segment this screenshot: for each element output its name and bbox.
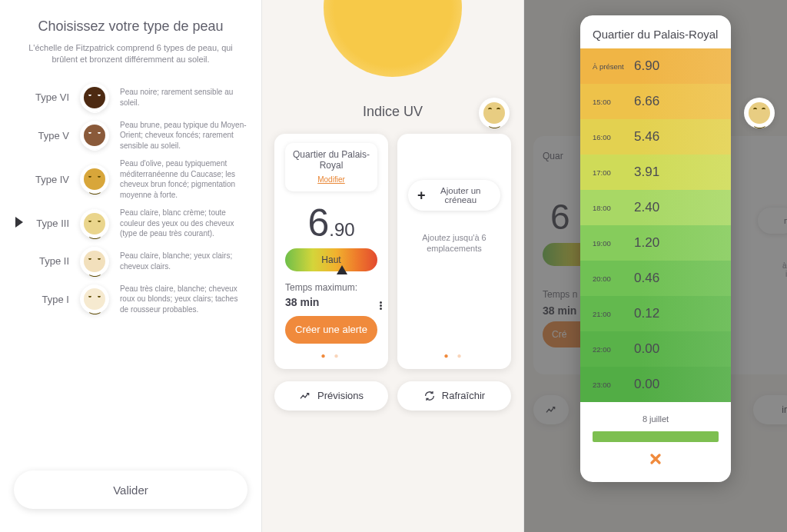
skin-swatch	[80, 247, 109, 276]
skin-type-badge[interactable]	[479, 98, 510, 128]
smiley-icon	[84, 251, 105, 272]
smiley-icon	[84, 168, 105, 190]
hourly-row[interactable]: 15:006.66	[580, 84, 731, 119]
hour-uv-value: 1.20	[634, 235, 659, 251]
selection-indicator-icon	[15, 217, 23, 228]
close-sheet-button[interactable]	[580, 442, 731, 482]
hourly-row[interactable]: 16:005.46	[580, 119, 731, 155]
hour-label: 17:00	[593, 168, 629, 177]
forecast-overlay-screen: Quar 6 Temps n 38 min Cré n à 6 its ir Q…	[524, 0, 787, 532]
skin-type-list: Type VIPeau noire; rarement sensible au …	[14, 83, 247, 470]
hourly-row[interactable]: 20:000.46	[580, 261, 731, 296]
hour-uv-value: 6.66	[634, 94, 659, 109]
hour-uv-value: 5.46	[634, 129, 659, 145]
hour-label: À présent	[593, 62, 629, 71]
hour-uv-value: 2.40	[634, 200, 659, 215]
forecast-date: 8 juillet	[580, 402, 731, 431]
validate-button[interactable]: Valider	[14, 470, 247, 509]
page-subtitle: L'échelle de Fitzpatrick comprend 6 type…	[14, 42, 247, 66]
sheet-title: Quartier du Palais-Royal	[580, 15, 731, 48]
uv-integer: 6	[307, 204, 329, 242]
next-row-peek	[593, 431, 719, 442]
skin-type-badge	[744, 98, 775, 128]
skin-type-label: Type VI	[17, 91, 69, 103]
page-title: Choisissez votre type de peau	[14, 18, 247, 35]
hourly-list[interactable]: À présent6.9015:006.6616:005.4617:003.91…	[580, 48, 731, 402]
slot-hint: Ajoutez jusqu'à 6 emplacements	[408, 232, 500, 254]
hour-uv-value: 0.12	[634, 306, 659, 321]
smiley-icon	[84, 125, 105, 146]
location-box[interactable]: Quartier du Palais-Royal Modifier	[285, 143, 377, 191]
hour-uv-value: 0.00	[634, 341, 659, 357]
hourly-row[interactable]: 17:003.91	[580, 155, 731, 190]
refresh-button[interactable]: Rafraîchir	[397, 381, 511, 411]
create-alert-button[interactable]: Créer une alerte	[285, 316, 377, 344]
more-menu-icon[interactable]	[380, 301, 382, 310]
sun-illustration	[324, 0, 462, 77]
gauge-pointer-icon	[337, 265, 347, 274]
skin-type-label: Type I	[17, 294, 69, 305]
bottom-actions: Prévisions Rafraîchir	[262, 377, 523, 423]
smiley-icon	[84, 87, 105, 108]
skin-type-label: Type IV	[17, 174, 69, 185]
refresh-icon	[423, 390, 436, 402]
close-icon	[648, 451, 663, 467]
skin-type-description: Peau brune, peau typique du Moyen-Orient…	[120, 120, 247, 151]
skin-type-option[interactable]: Type IVPeau d'olive, peau typiquement mé…	[17, 158, 247, 200]
skin-swatch	[80, 165, 109, 194]
hourly-row[interactable]: 21:000.12	[580, 296, 731, 331]
hour-label: 21:00	[593, 310, 629, 318]
skin-type-label: Type II	[17, 255, 69, 267]
skin-type-description: Peau noire; rarement sensible au soleil.	[120, 87, 247, 108]
max-time-value: 38 min	[285, 296, 377, 308]
max-time-label: Temps maximum:	[285, 282, 377, 293]
smiley-icon	[84, 213, 105, 234]
skin-swatch	[80, 209, 109, 238]
page-title: Indice UV	[363, 104, 423, 120]
skin-type-description: Peau claire, blanc crème; toute couleur …	[120, 208, 247, 239]
skin-type-description: Peau très claire, blanche; cheveux roux …	[120, 284, 247, 315]
skin-type-option[interactable]: Type IIIPeau claire, blanc crème; toute …	[17, 208, 247, 239]
skin-type-label: Type V	[17, 130, 69, 141]
hour-uv-value: 0.46	[634, 271, 659, 286]
skin-type-screen: Choisissez votre type de peau L'échelle …	[0, 0, 262, 532]
hour-uv-value: 0.00	[634, 377, 659, 392]
smiley-icon	[483, 102, 505, 124]
forecast-sheet: Quartier du Palais-Royal À présent6.9015…	[580, 15, 731, 482]
hour-label: 19:00	[593, 239, 629, 248]
skin-swatch	[80, 284, 109, 314]
uv-level-label: Haut	[321, 254, 340, 265]
smiley-icon	[749, 102, 770, 124]
hourly-row[interactable]: À présent6.90	[580, 48, 731, 84]
skin-type-option[interactable]: Type VIPeau noire; rarement sensible au …	[17, 83, 247, 112]
skin-type-label: Type III	[17, 218, 69, 229]
add-slot-card: + Ajouter un créneau Ajoutez jusqu'à 6 e…	[397, 134, 511, 369]
hourly-row[interactable]: 22:000.00	[580, 331, 731, 367]
hourly-row[interactable]: 23:000.00	[580, 367, 731, 402]
location-name: Quartier du Palais-Royal	[291, 149, 371, 171]
smiley-icon	[84, 288, 105, 310]
hour-label: 22:00	[593, 345, 629, 354]
hour-label: 18:00	[593, 204, 629, 212]
skin-type-option[interactable]: Type IIPeau claire, blanche; yeux clairs…	[17, 247, 247, 276]
forecast-button[interactable]: Prévisions	[274, 381, 388, 411]
hourly-row[interactable]: 18:002.40	[580, 190, 731, 225]
hourly-row[interactable]: 19:001.20	[580, 225, 731, 261]
page-indicator: ● ●	[285, 344, 377, 360]
hour-label: 15:00	[593, 98, 629, 106]
chart-icon	[299, 390, 311, 402]
hour-label: 23:00	[593, 381, 629, 389]
add-slot-button[interactable]: + Ajouter un créneau	[408, 180, 500, 211]
add-slot-label: Ajouter un créneau	[430, 186, 491, 204]
skin-type-description: Peau d'olive, peau typiquement méditerra…	[120, 158, 247, 200]
plus-icon: +	[417, 188, 426, 204]
skin-type-option[interactable]: Type VPeau brune, peau typique du Moyen-…	[17, 120, 247, 151]
uv-index-screen: Indice UV Quartier du Palais-Royal Modif…	[262, 0, 524, 532]
skin-type-option[interactable]: Type IPeau très claire, blanche; cheveux…	[17, 284, 247, 315]
skin-swatch	[80, 83, 109, 112]
skin-type-description: Peau claire, blanche; yeux clairs; cheve…	[120, 251, 247, 271]
uv-card: Quartier du Palais-Royal Modifier 6 .90 …	[274, 134, 388, 369]
hour-label: 20:00	[593, 274, 629, 283]
edit-location-link[interactable]: Modifier	[317, 175, 345, 184]
cards-row: Quartier du Palais-Royal Modifier 6 .90 …	[262, 120, 523, 377]
